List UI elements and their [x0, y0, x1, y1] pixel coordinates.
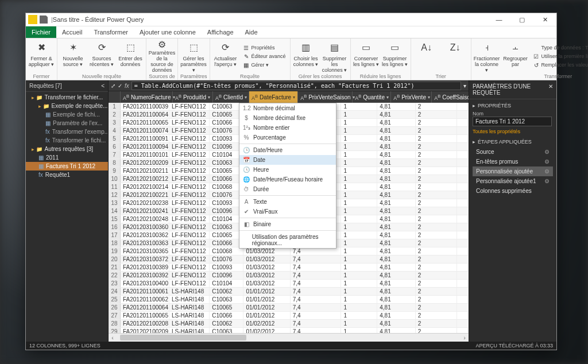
scroll-right-icon[interactable]: ›	[461, 334, 469, 342]
type-option[interactable]: ATexte	[239, 197, 336, 207]
applied-step[interactable]: En-têtes promus⚙	[473, 157, 553, 166]
ribbon-item[interactable]: ☑Utiliser la première ligne pour les en-…	[531, 52, 588, 60]
ribbon-item[interactable]: ✎Éditeur avancé	[241, 52, 288, 60]
ribbon-item[interactable]: Type de données : Texte ▾	[531, 44, 588, 52]
table-row[interactable]: 27FA201201100065LS-HARI148C1006601/01/20…	[109, 312, 469, 320]
column-dropdown-icon[interactable]: ▾	[293, 95, 295, 100]
ribbon-button[interactable]: A↓	[413, 40, 440, 73]
scroll-left-icon[interactable]: ‹	[109, 334, 117, 342]
column-dropdown-icon[interactable]: ▾	[208, 95, 210, 100]
maximize-button[interactable]: ▢	[510, 13, 533, 26]
menu-tab-accueil[interactable]: Accueil	[56, 26, 88, 38]
ribbon-item[interactable]: ☰Propriétés	[241, 44, 288, 52]
type-option[interactable]: ◧Binaire	[239, 219, 336, 229]
gear-icon[interactable]: ⚙	[544, 149, 550, 155]
column-header-prix[interactable]: ABPrixVente▾	[391, 91, 432, 103]
column-dropdown-icon[interactable]: ▾	[428, 95, 430, 100]
type-option[interactable]: ⏱Durée	[239, 184, 336, 194]
table-row[interactable]: 21FA201203100389LF-FENO112C1009301/03/20…	[109, 264, 469, 272]
column-header-date[interactable]: ABDateFacture▾	[249, 91, 298, 103]
type-option[interactable]: 🕓Heure	[239, 165, 336, 175]
horizontal-scrollbar[interactable]: ‹ ›	[109, 333, 469, 342]
type-option[interactable]: 🌐Date/Heure/Fuseau horaire	[239, 175, 336, 184]
menu-tab-ajouter-une-colonne[interactable]: Ajouter une colonne	[134, 26, 202, 38]
table-row[interactable]: 19FA201203100365LF-FENO112C1006801/03/20…	[109, 247, 469, 255]
column-dropdown-icon[interactable]: ▾	[386, 95, 389, 100]
ribbon-button[interactable]: ✶Nouvelle source ▾	[60, 40, 86, 73]
column-header-prod[interactable]: ABProduitId▾	[173, 91, 213, 103]
menu-tab-affichage[interactable]: Affichage	[202, 26, 239, 38]
menu-tab-fichier[interactable]: Fichier	[26, 26, 56, 38]
applied-step[interactable]: Colonnes supprimées	[473, 186, 553, 196]
type-option[interactable]: 📅Date	[239, 155, 336, 165]
applied-step[interactable]: Personnalisée ajoutée1⚙	[473, 176, 553, 186]
type-option[interactable]: $Nombre décimal fixe	[239, 113, 336, 123]
table-row[interactable]: 20FA201203100372LF-FENO112C1007601/03/20…	[109, 255, 469, 264]
table-row[interactable]: 22FA201203100392LF-FENO112C1009601/03/20…	[109, 272, 469, 280]
type-option[interactable]: ✔Vrai/Faux	[239, 207, 336, 216]
ribbon-button[interactable]: ⬚Gérer les paramètres ▾	[180, 40, 207, 73]
all-properties-link[interactable]: Toutes les propriétés	[473, 129, 553, 134]
gear-icon[interactable]: ⚙	[544, 158, 550, 165]
save-icon[interactable]	[40, 16, 48, 24]
query-node[interactable]: fxTransformer le fichi...	[26, 136, 108, 145]
close-settings-icon[interactable]: ✕	[548, 83, 553, 96]
table-row[interactable]: 24FA201201100061LS-HARI148C1006201/01/20…	[109, 288, 469, 296]
ribbon-button[interactable]: ⟳Actualiser l'aperçu ▾	[212, 40, 239, 73]
applied-step[interactable]: Personnalisée ajoutée⚙	[473, 166, 553, 176]
ribbon-button[interactable]: ⟳Sources récentes ▾	[88, 40, 115, 73]
expand-icon[interactable]: ⤢	[111, 83, 115, 89]
column-dropdown-icon[interactable]: ▾	[173, 95, 175, 100]
query-node[interactable]: fxRequête1	[26, 171, 108, 179]
type-option[interactable]: %Pourcentage	[239, 133, 336, 142]
type-option[interactable]: 🕒Date/Heure	[239, 145, 336, 155]
ribbon-button[interactable]: ⫠Regrouper par	[502, 40, 529, 73]
table-row[interactable]: 25FA201201100062LS-HARI148C1006301/01/20…	[109, 296, 469, 304]
formula-input[interactable]: = Table.AddColumn(#"En-têtes promus", "P…	[131, 82, 461, 90]
type-option[interactable]: 1.2Nombre décimal	[239, 103, 336, 113]
query-node[interactable]: ▦Paramètre de l'ex...	[26, 119, 108, 127]
type-option[interactable]: Utilisation des paramètres régionaux...	[239, 232, 336, 248]
table-row[interactable]: 29FA201202100209LS-HARI148C1006301/02/20…	[109, 328, 469, 333]
accept-icon[interactable]: ✓	[118, 83, 122, 89]
table-row[interactable]: 26FA201201100064LS-HARI148C1006501/01/20…	[109, 304, 469, 312]
ribbon-button[interactable]: ⚙Paramètres de la source de données	[149, 40, 175, 73]
formula-dropdown-icon[interactable]: ▾	[463, 83, 466, 89]
query-name-input[interactable]	[473, 117, 552, 126]
gear-icon[interactable]: ⚙	[544, 178, 550, 184]
table-row[interactable]: 28FA201202100208LS-HARI148C1006201/02/20…	[109, 320, 469, 328]
ribbon-item[interactable]: ▦Gérer ▾	[241, 61, 288, 69]
query-node[interactable]: ▦Factures Tri 1 2012	[26, 162, 108, 171]
column-header-numero[interactable]: ABNumeroFacture▾	[121, 91, 173, 103]
query-node[interactable]: ▦Exemple de fichi...	[26, 110, 108, 119]
column-header-qte[interactable]: ABQuantite▾	[353, 91, 391, 103]
type-option[interactable]: 1²₃Nombre entier	[239, 123, 336, 133]
scroll-thumb[interactable]	[120, 335, 246, 340]
query-node[interactable]: ▸ 📁Exemple de requête...	[26, 102, 108, 110]
minimize-button[interactable]: —	[488, 13, 510, 26]
table-row[interactable]: 23FA201203100400LF-FENO112C1010401/03/20…	[109, 280, 469, 288]
query-node[interactable]: fxTransformer l'exemp...	[26, 127, 108, 136]
query-node[interactable]: ▸ 📁Autres requêtes [3]	[26, 145, 108, 153]
menu-tab-aide[interactable]: Aide	[239, 26, 264, 38]
ribbon-button[interactable]: ▭Supprimer les lignes ▾	[382, 40, 408, 73]
close-button[interactable]: ✕	[533, 13, 556, 26]
ribbon-button[interactable]: ✖Fermer & appliquer ▾	[28, 40, 55, 73]
gear-icon[interactable]: ⚙	[544, 168, 550, 175]
query-node[interactable]: ▸ 📁Transformer le fichier...	[26, 93, 108, 102]
ribbon-button[interactable]: ▥Choisir les colonnes ▾	[293, 40, 319, 73]
column-header-client[interactable]: ABClientId▾	[213, 91, 249, 103]
ribbon-button[interactable]: ⫞Fractionner la colonne ▾	[474, 40, 500, 73]
ribbon-button[interactable]: Z↓	[442, 40, 469, 73]
column-header-coef[interactable]: ABCoeffSaison▾	[432, 91, 469, 103]
column-header-pvs[interactable]: ABPrixVenteSaison▾	[298, 91, 353, 103]
menu-tab-transformer[interactable]: Transformer	[88, 26, 134, 38]
ribbon-item[interactable]: ↺Remplacer les valeurs	[531, 61, 588, 69]
column-dropdown-icon[interactable]: ▾	[353, 95, 355, 100]
applied-step[interactable]: Source⚙	[473, 147, 553, 157]
ribbon-button[interactable]: ▤Supprimer les colonnes ▾	[322, 40, 348, 73]
ribbon-button[interactable]: ⬚Entrer des données	[117, 40, 144, 73]
column-dropdown-icon[interactable]: ▾	[245, 95, 247, 100]
query-node[interactable]: ▦2011	[26, 153, 108, 162]
ribbon-button[interactable]: ▭Conserver les lignes ▾	[353, 40, 380, 73]
